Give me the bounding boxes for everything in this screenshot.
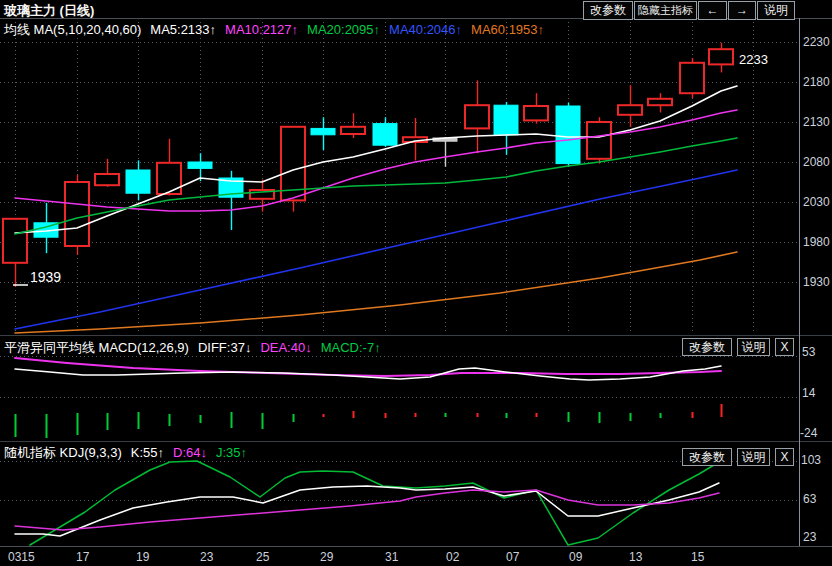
candle-body xyxy=(373,124,397,146)
gridlines xyxy=(0,18,798,501)
macd-value: 平滑异同平均线 MACD(12,26,9) xyxy=(4,340,189,355)
kdj-value: J:35↑ xyxy=(216,445,247,460)
ma20-line xyxy=(15,138,737,234)
kdj-value: K:55↑ xyxy=(131,445,164,460)
d-line xyxy=(15,490,719,530)
candle-body xyxy=(587,122,611,159)
macd-change-params-button[interactable]: 改参数 xyxy=(682,338,732,356)
ma-value: MA40:2046↑ xyxy=(389,22,462,37)
kdj-value: 随机指标 KDJ(9,3,3) xyxy=(4,445,122,460)
candle-body xyxy=(494,105,518,135)
x-axis-date-label: 19 xyxy=(136,550,149,564)
main-y-axis-label: 2230 xyxy=(803,35,830,49)
ma60-line xyxy=(15,252,737,333)
macd-y-axis-label: 53 xyxy=(802,345,815,359)
candle-body xyxy=(188,162,212,168)
ma-value: MA20:2095↑ xyxy=(307,22,380,37)
main-y-axis-label: 1930 xyxy=(803,275,830,289)
ma-value: MA60:1953↑ xyxy=(471,22,544,37)
main-y-axis-label: 2080 xyxy=(803,155,830,169)
x-axis-date-label: 25 xyxy=(256,550,269,564)
candle-body xyxy=(709,49,733,64)
candle-body xyxy=(556,106,580,164)
kdj-y-axis-label: 63 xyxy=(803,492,816,506)
x-axis-date-label: 13 xyxy=(629,550,642,564)
ma40-line xyxy=(15,170,737,329)
indicator-lines xyxy=(15,86,737,545)
candle-body xyxy=(341,127,365,134)
x-axis-date-label: 02 xyxy=(446,550,459,564)
change-params-button[interactable]: 改参数 xyxy=(583,1,633,20)
diff-line xyxy=(15,366,721,380)
macd-close-button[interactable]: X xyxy=(775,338,794,356)
macd-y-axis-label: -24 xyxy=(800,426,817,440)
macd-y-axis-label: 14 xyxy=(802,386,815,400)
kdj-y-axis-label: 23 xyxy=(803,530,816,544)
main-y-axis-label: 2180 xyxy=(803,75,830,89)
candle-body xyxy=(3,219,27,263)
x-axis-date-label: 17 xyxy=(76,550,89,564)
x-axis-date-label: 07 xyxy=(506,550,519,564)
next-arrow-button[interactable]: → xyxy=(728,1,756,20)
hide-main-indicator-button[interactable]: 隐藏主指标 xyxy=(634,1,697,20)
x-axis-date-label: 29 xyxy=(320,550,333,564)
k-line xyxy=(15,483,719,536)
ma-value: MA10:2127↑ xyxy=(225,22,298,37)
candle-body xyxy=(311,128,335,134)
candle-body xyxy=(465,105,489,128)
ma-value: MA5:2133↑ xyxy=(150,22,216,37)
dea-line xyxy=(15,358,721,376)
x-axis-date-label: 0315 xyxy=(8,550,35,564)
candle-body xyxy=(65,182,89,246)
macd-histogram xyxy=(16,404,722,438)
kdj-value: D:64↓ xyxy=(173,445,207,460)
candle-body xyxy=(648,99,672,105)
help-button[interactable]: 说明 xyxy=(757,1,795,20)
prev-arrow-button[interactable]: ← xyxy=(698,1,727,20)
x-axis-date-label: 15 xyxy=(691,550,704,564)
candle-body xyxy=(95,174,119,185)
x-axis-date-label: 09 xyxy=(569,550,582,564)
main-y-axis-label: 2030 xyxy=(803,195,830,209)
candle-body xyxy=(524,106,548,120)
candle-body xyxy=(680,63,704,93)
x-axis-date-label: 31 xyxy=(385,550,398,564)
macd-value: DEA:40↓ xyxy=(260,340,311,355)
candle-body xyxy=(157,163,181,194)
candle-body xyxy=(126,170,150,193)
low-price-label: 1939 xyxy=(30,269,61,285)
trading-app-window: 玻璃主力 (日线) 改参数 隐藏主指标 ← → 说明 均线 MA(5,10,20… xyxy=(0,0,832,566)
main-y-axis-label: 2130 xyxy=(803,115,830,129)
kdj-close-button[interactable]: X xyxy=(775,448,794,466)
candle-body xyxy=(618,105,642,115)
page-title: 玻璃主力 (日线) xyxy=(4,2,94,20)
macd-value: DIFF:37↓ xyxy=(198,340,251,355)
macd-indicator-header: 平滑异同平均线 MACD(12,26,9)DIFF:37↓DEA:40↓MACD… xyxy=(4,339,390,357)
ma-indicator-header: 均线 MA(5,10,20,40,60)MA5:2133↑MA10:2127↑M… xyxy=(4,21,553,39)
last-price-label: 2233 xyxy=(739,52,768,67)
macd-value: MACD:-7↑ xyxy=(321,340,381,355)
kdj-y-axis-label: 103 xyxy=(801,453,821,467)
candles xyxy=(3,43,733,287)
macd-help-button[interactable]: 说明 xyxy=(737,338,770,356)
kdj-change-params-button[interactable]: 改参数 xyxy=(682,448,732,466)
x-axis-date-label: 23 xyxy=(200,550,213,564)
chart-canvas xyxy=(0,0,832,566)
ma-value: 均线 MA(5,10,20,40,60) xyxy=(4,22,141,37)
kdj-help-button[interactable]: 说明 xyxy=(737,448,770,466)
main-y-axis-label: 1980 xyxy=(803,235,830,249)
kdj-indicator-header: 随机指标 KDJ(9,3,3)K:55↑D:64↓J:35↑ xyxy=(4,444,256,462)
